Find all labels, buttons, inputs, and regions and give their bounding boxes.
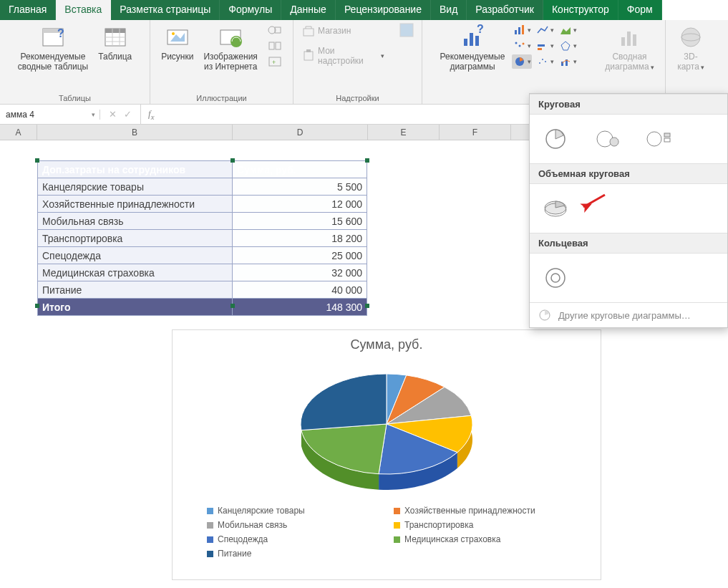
chart-legend[interactable]: Канцелярские товарыХозяйственные принадл… [185, 506, 588, 559]
svg-rect-35 [538, 44, 545, 47]
ribbon: ? Рекомендуемые сводные таблицы Таблица … [0, 20, 728, 105]
more-pie-charts-button[interactable]: Другие круговые диаграммы… [530, 302, 727, 327]
legend-label: Канцелярские товары [218, 506, 305, 516]
legend-item[interactable]: Транспортировка [394, 520, 566, 530]
doughnut-option[interactable] [538, 264, 573, 292]
table-cell-val[interactable]: 5 500 [233, 178, 367, 196]
svg-rect-45 [627, 32, 631, 46]
recommended-charts-button[interactable]: ? Рекомендуемые диаграммы [437, 23, 508, 74]
bar-chart-icon[interactable] [512, 39, 532, 53]
pie-chart-icon[interactable] [512, 54, 532, 69]
tab-page-layout[interactable]: Разметка страницы [111, 0, 220, 20]
selection-handle[interactable] [35, 304, 39, 308]
chart-title[interactable]: Сумма, руб. [185, 337, 588, 352]
online-pictures-button[interactable]: Изображения из Интернета [200, 23, 260, 74]
tab-main[interactable]: Главная [0, 0, 56, 20]
legend-item[interactable]: Медицинская страховка [394, 534, 566, 544]
table-cell-val[interactable]: 18 200 [233, 230, 367, 247]
recommended-pivot-tables-button[interactable]: ? Рекомендуемые сводные таблицы [15, 23, 91, 74]
tab-developer[interactable]: Разработчик [467, 0, 543, 20]
fx-icon[interactable]: fx [141, 108, 161, 121]
svg-rect-53 [664, 138, 670, 142]
chart-plot-area[interactable] [185, 360, 588, 496]
legend-item[interactable]: Мобильная связь [207, 520, 379, 530]
col-header-D[interactable]: D [233, 125, 368, 140]
scatter-chart-icon[interactable] [535, 54, 555, 69]
tab-insert[interactable]: Вставка [56, 0, 111, 20]
online-pictures-label: Изображения из Интернета [203, 52, 257, 72]
combo-chart-icon[interactable] [558, 54, 578, 69]
legend-item[interactable]: Питание [207, 549, 379, 559]
table-total-value[interactable]: 148 300 [233, 299, 367, 316]
table-cell-cat[interactable]: Медицинская страховка [38, 264, 233, 281]
table-cell-val[interactable]: 32 000 [233, 264, 367, 281]
legend-item[interactable]: Хозяйственные принадлежности [394, 506, 566, 516]
radar-chart-icon[interactable] [558, 39, 578, 53]
bing-maps-icon[interactable] [397, 23, 416, 37]
line-chart-icon[interactable] [535, 23, 555, 37]
pie-bar-option[interactable] [641, 125, 676, 153]
tab-data[interactable]: Данные [281, 0, 336, 20]
legend-swatch [394, 536, 400, 543]
pie-2d-option[interactable] [538, 125, 573, 153]
smartart-icon[interactable] [265, 39, 285, 53]
selection-handle[interactable] [230, 158, 235, 163]
table-cell-cat[interactable]: Хозяйственные принадлежности [38, 196, 233, 213]
table-cell-val[interactable]: 25 000 [233, 247, 367, 264]
pictures-button[interactable]: Рисунки [158, 23, 196, 63]
screenshot-icon[interactable]: + [265, 54, 285, 69]
table-cell-cat[interactable]: Мобильная связь [38, 213, 233, 230]
group-illustrations-label: Иллюстрации [196, 92, 246, 102]
cancel-icon[interactable]: ✕ [109, 109, 117, 120]
legend-item[interactable]: Спецодежда [207, 534, 379, 544]
group-addins-label: Надстройки [336, 92, 379, 102]
legend-label: Спецодежда [218, 534, 268, 544]
selection-handle[interactable] [365, 304, 369, 308]
svg-rect-29 [518, 27, 520, 34]
table-cell-cat[interactable]: Канцелярские товары [38, 178, 233, 196]
legend-item[interactable]: Канцелярские товары [207, 506, 379, 516]
col-header-E[interactable]: E [368, 125, 440, 140]
svg-rect-21 [304, 52, 313, 60]
tab-format[interactable]: Форм [618, 0, 662, 20]
shapes-icon[interactable] [265, 23, 285, 37]
table-cell-cat[interactable]: Транспортировка [38, 230, 233, 247]
ribbon-tabs: Главная Вставка Разметка страницы Формул… [0, 0, 728, 20]
table-cell-val[interactable]: 40 000 [233, 281, 367, 299]
store-button[interactable]: Магазин [299, 23, 387, 39]
pie-3d-option[interactable] [538, 194, 573, 223]
table-cell-val[interactable]: 15 600 [233, 213, 367, 230]
pivot-chart-button[interactable]: Сводная диаграмма [602, 23, 656, 74]
formula-buttons: ✕ ✓ [100, 105, 141, 124]
selection-handle[interactable] [365, 158, 369, 163]
selection-handle[interactable] [35, 158, 39, 163]
stock-chart-icon[interactable] [535, 39, 555, 53]
3d-map-button[interactable]: 3D- карта [674, 23, 707, 74]
group-3dmap: 3D- карта [666, 20, 716, 104]
col-header-B[interactable]: B [37, 125, 233, 140]
col-header-A[interactable]: A [0, 125, 37, 140]
my-addins-button[interactable]: Мои надстройки [299, 44, 387, 67]
pie-exploded-option[interactable] [590, 125, 624, 153]
table-header-category[interactable]: Доп.затраты на сотрудников [38, 161, 233, 178]
tab-view[interactable]: Вид [431, 0, 467, 20]
column-chart-icon[interactable] [512, 23, 532, 37]
my-addins-label: Мои надстройки [318, 46, 377, 66]
enter-icon[interactable]: ✓ [124, 109, 132, 120]
table-header-value[interactable]: Сумма, руб. [233, 161, 367, 178]
legend-swatch [207, 551, 213, 557]
pie-chart[interactable]: Сумма, руб. Канцелярские товарыХозяйстве… [172, 329, 601, 580]
col-header-F[interactable]: F [440, 125, 511, 140]
table-cell-val[interactable]: 12 000 [233, 196, 367, 213]
area-chart-icon[interactable] [558, 23, 578, 37]
table-cell-cat[interactable]: Питание [38, 281, 233, 299]
table-total-label[interactable]: Итого [38, 299, 233, 316]
tab-design[interactable]: Конструктор [543, 0, 618, 20]
tab-formulas[interactable]: Формулы [220, 0, 281, 20]
table-button[interactable]: Таблица [95, 23, 135, 63]
name-box[interactable]: амма 4 [0, 110, 100, 120]
table-cell-cat[interactable]: Спецодежда [38, 247, 233, 264]
selection-handle[interactable] [230, 304, 235, 308]
tab-review[interactable]: Рецензирование [336, 0, 431, 20]
pie-chart-dropdown: Круговая Объемная круговая ➤ Кольцевая Д… [529, 93, 728, 328]
